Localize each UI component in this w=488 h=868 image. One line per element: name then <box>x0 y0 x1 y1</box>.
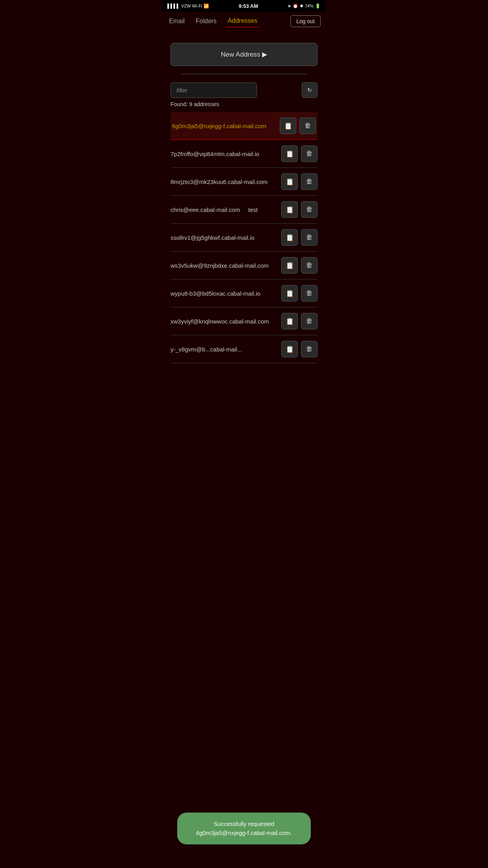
main-content: New Address ▶ ↻ Found: 9 addresses 6g0m3… <box>163 31 325 371</box>
delete-button[interactable]: 🗑 <box>301 229 317 246</box>
copy-button[interactable]: 📋 <box>281 229 298 246</box>
copy-button[interactable]: 📋 <box>280 118 296 134</box>
address-email: ws3v5ukw@9znjbdxe.cabal-mail.com <box>171 261 278 270</box>
copy-button[interactable]: 📋 <box>281 341 298 357</box>
address-row: wypu8-b3@bd5loxac.cabal-mail.io 📋 🗑 <box>171 280 317 307</box>
copy-button[interactable]: 📋 <box>281 285 298 302</box>
address-email: 7p2fmffo@vip84mlm.cabal-mail.io <box>171 150 278 158</box>
nav-tabs: Email Folders Addresses <box>167 15 290 28</box>
trash-icon: 🗑 <box>306 206 313 213</box>
copy-button[interactable]: 📋 <box>281 201 298 218</box>
tab-email[interactable]: Email <box>167 15 186 28</box>
copy-button[interactable]: 📋 <box>281 173 298 190</box>
refresh-button[interactable]: ↻ <box>302 82 317 98</box>
new-address-button[interactable]: New Address ▶ <box>171 43 317 66</box>
alarm-icon: ⏰ <box>293 4 298 9</box>
refresh-icon: ↻ <box>307 87 312 93</box>
address-row: chris@eee.cabal-mail.com test 📋 🗑 <box>171 196 317 224</box>
battery-label: 74% <box>305 4 314 8</box>
found-count: Found: 9 addresses <box>171 101 317 107</box>
trash-icon: 🗑 <box>306 150 313 158</box>
bluetooth-icon: ✱ <box>300 4 303 9</box>
address-row: 7p2fmffo@vip84mlm.cabal-mail.io 📋 🗑 <box>171 140 317 168</box>
address-email: y-_v8gvm@b...cabal-mail... <box>171 345 278 353</box>
status-bar: ▌▌▌▌ VZW Wi-Fi 📶 9:53 AM ➤ ⏰ ✱ 74% 🔋 <box>163 0 325 12</box>
trash-icon: 🗑 <box>305 122 311 130</box>
trash-icon: 🗑 <box>306 317 313 325</box>
address-row: 8mrjzto3@mk23kuu6.cabal-mail.com 📋 🗑 <box>171 168 317 196</box>
delete-button[interactable]: 🗑 <box>299 118 316 134</box>
address-email: chris@eee.cabal-mail.com test <box>171 206 278 214</box>
logout-button[interactable]: Log out <box>290 15 321 27</box>
nav-bar: Email Folders Addresses Log out <box>163 12 325 31</box>
delete-button[interactable]: 🗑 <box>301 173 317 190</box>
address-email: ssollrv1@jg5ghkwf.cabal-mail.io <box>171 234 278 242</box>
copy-icon: 📋 <box>286 261 294 270</box>
address-row: xw3yviyf@knqlnwwoc.cabal-mail.com 📋 🗑 <box>171 307 317 335</box>
delete-button[interactable]: 🗑 <box>301 341 317 357</box>
battery-icon: 🔋 <box>315 4 321 9</box>
location-icon: ➤ <box>288 4 291 9</box>
copy-icon: 📋 <box>286 317 294 326</box>
filter-input[interactable] <box>171 83 257 98</box>
delete-button[interactable]: 🗑 <box>301 257 317 274</box>
delete-button[interactable]: 🗑 <box>301 145 317 162</box>
copy-button[interactable]: 📋 <box>281 313 298 329</box>
copy-button[interactable]: 📋 <box>281 257 298 274</box>
tab-folders[interactable]: Folders <box>194 15 218 28</box>
filter-row: ↻ <box>171 82 317 98</box>
copy-icon: 📋 <box>286 206 294 214</box>
trash-icon: 🗑 <box>306 234 313 241</box>
tab-addresses[interactable]: Addresses <box>226 15 259 28</box>
address-row: ssollrv1@jg5ghkwf.cabal-mail.io 📋 🗑 <box>171 224 317 252</box>
status-left: ▌▌▌▌ VZW Wi-Fi 📶 <box>167 4 209 9</box>
delete-button[interactable]: 🗑 <box>301 285 317 302</box>
address-row: ws3v5ukw@9znjbdxe.cabal-mail.com 📋 🗑 <box>171 252 317 280</box>
copy-icon: 📋 <box>286 234 294 242</box>
copy-button[interactable]: 📋 <box>281 145 298 162</box>
copy-icon: 📋 <box>286 150 294 158</box>
trash-icon: 🗑 <box>306 345 313 353</box>
address-email: 8mrjzto3@mk23kuu6.cabal-mail.com <box>171 178 278 186</box>
new-address-label: New Address ▶ <box>221 50 267 59</box>
copy-icon: 📋 <box>286 345 294 353</box>
copy-icon: 📋 <box>286 178 294 186</box>
delete-button[interactable]: 🗑 <box>301 313 317 329</box>
status-time: 9:53 AM <box>238 3 258 9</box>
copy-icon: 📋 <box>284 122 292 130</box>
delete-button[interactable]: 🗑 <box>301 201 317 218</box>
trash-icon: 🗑 <box>306 261 313 269</box>
address-row: y-_v8gvm@b...cabal-mail... 📋 🗑 <box>171 335 317 363</box>
status-right: ➤ ⏰ ✱ 74% 🔋 <box>288 4 321 9</box>
address-email: wypu8-b3@bd5loxac.cabal-mail.io <box>171 289 278 298</box>
address-email: 6g0m3ja5@nxjegg-f.cabal-mail.com <box>172 122 277 130</box>
section-divider <box>182 74 306 74</box>
trash-icon: 🗑 <box>306 178 313 186</box>
address-email: xw3yviyf@knqlnwwoc.cabal-mail.com <box>171 317 278 326</box>
address-row: 6g0m3ja5@nxjegg-f.cabal-mail.com 📋 🗑 <box>171 112 317 140</box>
carrier-label: VZW Wi-Fi <box>181 4 202 8</box>
wifi-icon: 📶 <box>204 4 209 9</box>
copy-icon: 📋 <box>286 289 294 298</box>
signal-icon: ▌▌▌▌ <box>167 4 180 8</box>
address-list: 6g0m3ja5@nxjegg-f.cabal-mail.com 📋 🗑 7p2… <box>171 112 317 363</box>
trash-icon: 🗑 <box>306 289 313 297</box>
